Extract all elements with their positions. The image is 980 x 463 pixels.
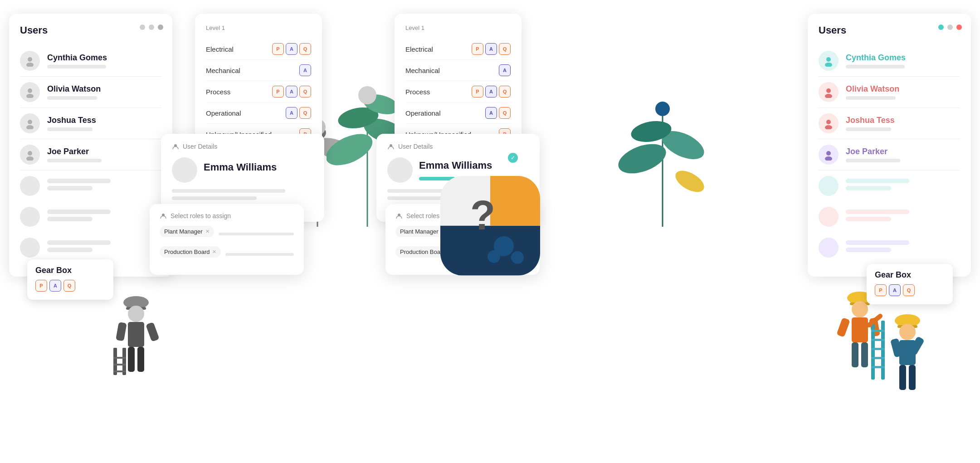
user-info: Joshua Tess [47, 116, 161, 131]
user-name: Joshua Tess [846, 116, 960, 125]
svg-point-47 [629, 118, 673, 145]
gear-badge-row: P A Q [35, 280, 105, 292]
discipline-name: Mechanical [405, 67, 440, 74]
user-row[interactable]: Joshua Tess [20, 108, 161, 139]
badge-p: P [272, 43, 284, 55]
detail-info-bar [172, 189, 285, 193]
svg-point-31 [488, 250, 500, 263]
placeholder-row [819, 232, 960, 263]
detail-avatar-area: Emma Williams [172, 157, 313, 183]
svg-rect-75 [871, 348, 885, 350]
user-info: Cynthia Gomes [47, 53, 161, 68]
user-info: Joshua Tess [846, 116, 960, 131]
svg-point-21 [825, 125, 832, 129]
discipline-name: Operational [206, 109, 241, 117]
remove-role-icon[interactable]: ✕ [205, 229, 210, 234]
badge-p: P [472, 86, 483, 97]
placeholder-row [20, 232, 161, 263]
right-gear-box-card: Gear Box P A Q [867, 264, 953, 304]
window-control-dot[interactable] [947, 24, 953, 30]
avatar [819, 113, 839, 133]
svg-point-5 [26, 125, 34, 129]
window-control-dot[interactable] [140, 24, 145, 30]
svg-line-78 [869, 316, 880, 325]
badge-p: P [472, 43, 483, 55]
badge-a: A [485, 86, 497, 97]
user-bar [47, 96, 97, 100]
svg-rect-27 [490, 175, 540, 225]
user-row[interactable]: Olivia Watson [20, 77, 161, 108]
svg-rect-73 [871, 330, 885, 332]
detail-section-label: User Details [172, 143, 313, 150]
badge-group: P A Q [272, 86, 311, 97]
user-row[interactable]: Cynthia Gomes [819, 45, 960, 77]
svg-point-81 [899, 324, 916, 340]
badge-q: Q [499, 86, 511, 97]
discipline-row: Process P A Q [206, 81, 311, 102]
user-row[interactable]: Cynthia Gomes [20, 45, 161, 77]
svg-point-39 [327, 127, 377, 171]
svg-rect-80 [897, 325, 917, 328]
badge-a: A [286, 86, 297, 97]
gear-box-label: Gear Box [875, 270, 945, 280]
badge-group: P A Q [272, 43, 311, 55]
window-control-dot[interactable] [956, 24, 962, 30]
badge-a: A [286, 43, 297, 55]
avatar [20, 51, 40, 71]
user-row[interactable]: Joe Parker [20, 139, 161, 171]
svg-point-18 [826, 88, 831, 93]
avatar [20, 82, 40, 102]
svg-rect-84 [908, 336, 925, 356]
discipline-row: Operational A Q [206, 102, 311, 124]
window-control-dot[interactable] [158, 24, 163, 30]
placeholder-row [819, 171, 960, 201]
user-row[interactable]: Olivia Watson [819, 77, 960, 108]
svg-rect-76 [871, 357, 885, 359]
badge-a: A [485, 107, 497, 119]
window-control-dot[interactable] [938, 24, 944, 30]
role-chip[interactable]: Plant Manager ✕ [160, 226, 214, 237]
badge-a: A [299, 64, 311, 76]
badge-group: P A Q [472, 43, 511, 55]
badge-group: A Q [485, 107, 511, 119]
user-name: Joshua Tess [47, 116, 161, 125]
badge-a: A [49, 280, 61, 292]
user-info: Joe Parker [846, 147, 960, 162]
svg-point-30 [511, 251, 524, 263]
badge-a: A [286, 107, 297, 119]
user-name: Joe Parker [47, 147, 161, 156]
user-name: Cynthia Gomes [47, 53, 161, 63]
svg-point-52 [128, 306, 144, 322]
discipline-name: Electrical [206, 45, 234, 53]
role-section-label: Select roles to assign [160, 212, 294, 219]
svg-rect-57 [137, 347, 144, 372]
window-control-dot[interactable] [149, 24, 154, 30]
role-row: Plant Manager ✕ [160, 226, 294, 242]
user-row[interactable]: Joe Parker [819, 139, 960, 171]
center-app-icon: ? [440, 175, 540, 277]
svg-rect-82 [899, 340, 916, 365]
badge-group: P A Q [472, 86, 511, 97]
svg-rect-70 [861, 342, 868, 367]
svg-point-49 [672, 166, 708, 196]
svg-rect-58 [113, 348, 117, 375]
svg-point-0 [28, 57, 32, 62]
svg-point-1 [26, 63, 34, 67]
svg-rect-69 [852, 342, 858, 367]
role-row: Production Board ✕ [160, 246, 294, 262]
detail-section-label: User Details [387, 143, 529, 150]
discipline-row: Operational A Q [405, 102, 511, 124]
discipline-name: Mechanical [206, 67, 240, 74]
badge-q: Q [903, 284, 915, 296]
user-name: Cynthia Gomes [846, 53, 960, 63]
role-chip[interactable]: Production Board ✕ [160, 246, 221, 258]
remove-role-icon[interactable]: ✕ [212, 249, 216, 255]
svg-point-41 [336, 105, 380, 132]
user-bar [47, 127, 93, 131]
user-name: Olivia Watson [47, 84, 161, 94]
user-row[interactable]: Joshua Tess [819, 108, 960, 139]
svg-rect-59 [122, 348, 126, 375]
placeholder-row [819, 201, 960, 232]
svg-rect-60 [113, 357, 126, 359]
detail-avatar [387, 157, 413, 183]
